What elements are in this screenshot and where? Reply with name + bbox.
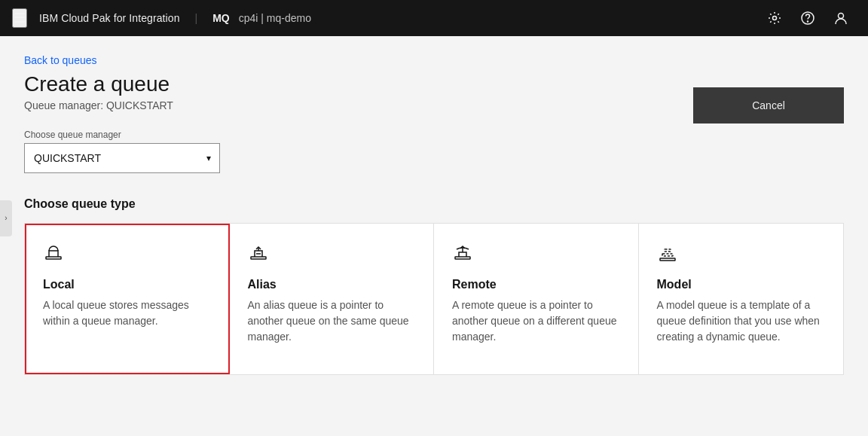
local-card-title: Local xyxy=(43,278,211,291)
remote-queue-icon xyxy=(452,242,620,266)
back-to-queues-link[interactable]: Back to queues xyxy=(24,54,97,66)
svg-point-3 xyxy=(839,14,844,19)
brand-name: IBM Cloud Pak for Integration xyxy=(39,12,180,24)
svg-rect-7 xyxy=(660,258,675,261)
alias-card-description: An alias queue is a pointer to another q… xyxy=(248,297,416,345)
svg-point-2 xyxy=(808,21,808,22)
queue-type-label: Choose queue type xyxy=(24,197,844,211)
local-card-description: A local queue stores messages within a q… xyxy=(43,297,211,329)
user-icon xyxy=(833,11,848,26)
remote-card-title: Remote xyxy=(452,278,620,291)
svg-rect-6 xyxy=(455,257,470,259)
local-queue-icon xyxy=(43,242,211,266)
hamburger-menu-button[interactable]: ☰ xyxy=(12,8,27,28)
alias-card-title: Alias xyxy=(248,278,416,291)
help-icon xyxy=(800,11,815,26)
svg-rect-8 xyxy=(662,254,673,256)
model-card-description: A model queue is a template of a queue d… xyxy=(657,297,826,345)
queue-manager-select-container: QUICKSTART ▾ xyxy=(24,143,220,173)
svg-point-0 xyxy=(773,17,777,20)
nav-separator: | xyxy=(195,12,198,24)
product-label: MQ xyxy=(212,12,230,24)
top-actions: Cancel xyxy=(693,87,844,123)
queue-manager-select[interactable]: QUICKSTART xyxy=(24,143,220,173)
queue-type-card-alias[interactable]: Alias An alias queue is a pointer to ano… xyxy=(230,224,435,374)
svg-rect-4 xyxy=(46,257,61,259)
side-panel-tab[interactable]: › xyxy=(0,200,12,236)
queue-type-card-local[interactable]: Local A local queue stores messages with… xyxy=(25,224,230,374)
main-content: Back to queues Create a queue Queue mana… xyxy=(0,36,868,393)
alias-queue-icon xyxy=(248,242,416,266)
settings-icon xyxy=(767,11,782,26)
model-card-title: Model xyxy=(657,278,826,291)
svg-rect-5 xyxy=(251,257,266,259)
queue-type-card-remote[interactable]: Remote A remote queue is a pointer to an… xyxy=(434,224,639,374)
top-navigation: ☰ IBM Cloud Pak for Integration | MQ cp4… xyxy=(0,0,868,36)
nav-right-icons xyxy=(760,0,856,36)
queue-manager-field: Choose queue manager QUICKSTART ▾ xyxy=(24,130,844,173)
svg-rect-9 xyxy=(665,249,671,252)
chevron-right-icon: › xyxy=(5,214,7,222)
model-queue-icon xyxy=(657,242,826,266)
queue-type-card-model[interactable]: Model A model queue is a template of a q… xyxy=(639,224,844,374)
queue-type-cards-grid: Local A local queue stores messages with… xyxy=(24,223,844,375)
settings-button[interactable] xyxy=(760,0,790,36)
user-button[interactable] xyxy=(826,0,856,36)
help-button[interactable] xyxy=(793,0,823,36)
queue-type-section: Choose queue type Local A local queue st… xyxy=(24,197,844,375)
remote-card-description: A remote queue is a pointer to another q… xyxy=(452,297,620,345)
nav-breadcrumb: cp4i | mq-demo xyxy=(239,12,311,24)
cancel-button[interactable]: Cancel xyxy=(693,87,844,123)
queue-manager-label: Choose queue manager xyxy=(24,130,844,140)
